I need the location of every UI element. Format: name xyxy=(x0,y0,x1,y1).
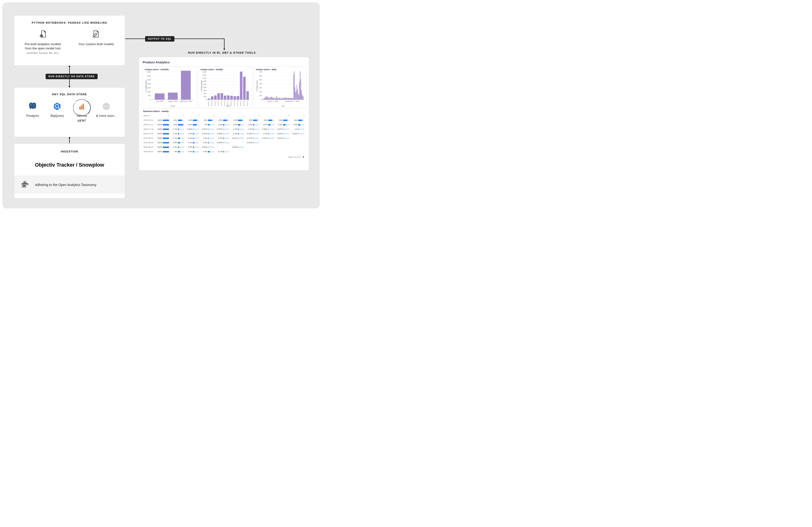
svg-text:0: 0 xyxy=(150,99,151,100)
datastore-athena-label: Athena xyxy=(77,114,87,117)
svg-rect-62 xyxy=(217,93,220,100)
svg-text:2022-31: 2022-31 xyxy=(221,100,222,106)
svg-rect-114 xyxy=(269,98,270,100)
ingestion-card: INGESTION Objectiv Tracker / Snowplow Ad… xyxy=(14,144,125,199)
svg-text:300: 300 xyxy=(259,87,262,89)
svg-rect-59 xyxy=(208,99,210,100)
svg-text:Month: Month xyxy=(170,105,175,107)
svg-text:July, 2022: July, 2022 xyxy=(156,100,163,102)
svg-rect-109 xyxy=(266,97,266,100)
svg-rect-136 xyxy=(283,98,284,100)
datastore-card: ANY SQL DATA STORE Postgres BigQuery xyxy=(14,87,125,137)
svg-text:2022-35: 2022-35 xyxy=(233,100,235,106)
svg-text:1,600: 1,600 xyxy=(202,74,206,76)
svg-text:Day: Day xyxy=(282,105,285,107)
svg-text:1,500: 1,500 xyxy=(146,87,151,89)
notebooks-title: PYTHON NOTEBOOKS: PANDAS LIKE MODELING xyxy=(20,21,119,24)
svg-point-0 xyxy=(31,104,31,105)
svg-text:0: 0 xyxy=(261,99,262,100)
svg-text:600: 600 xyxy=(259,75,262,77)
svg-rect-126 xyxy=(277,98,277,100)
svg-rect-71 xyxy=(246,91,249,100)
datastore-bigquery-label: BigQuery xyxy=(50,114,64,117)
chart-monthly: Unique Users - monthly 05001,0001,5002,0… xyxy=(143,67,197,108)
svg-text:1,200: 1,200 xyxy=(202,80,206,82)
svg-rect-31 xyxy=(168,93,177,100)
svg-text:2022-30: 2022-30 xyxy=(217,100,219,106)
svg-text:2,000: 2,000 xyxy=(146,83,151,85)
notebook-prebuilt-line2: from the open model hub xyxy=(25,46,60,50)
svg-rect-32 xyxy=(181,71,191,100)
svg-rect-12 xyxy=(24,186,26,187)
svg-rect-129 xyxy=(279,98,279,100)
rows-pagination[interactable]: Rows 1-8 of 13 xyxy=(143,156,305,158)
svg-text:0: 0 xyxy=(205,99,206,100)
svg-rect-120 xyxy=(273,98,273,100)
datastore-title: ANY SQL DATA STORE xyxy=(20,93,119,96)
svg-rect-68 xyxy=(237,96,240,100)
retention-title: Retention Matrix - weekly xyxy=(143,110,305,113)
svg-text:3,500: 3,500 xyxy=(146,71,151,73)
bi-dashboard-card: Product Analytics Unique Users - monthly… xyxy=(139,57,309,171)
svg-rect-162 xyxy=(300,71,300,100)
svg-text:2022-37: 2022-37 xyxy=(240,100,241,106)
svg-rect-70 xyxy=(243,77,246,100)
svg-rect-104 xyxy=(263,99,263,100)
svg-rect-125 xyxy=(276,96,276,100)
svg-text:600: 600 xyxy=(203,90,206,91)
svg-rect-61 xyxy=(214,96,217,100)
svg-rect-134 xyxy=(282,98,282,100)
svg-text:2022-39: 2022-39 xyxy=(246,100,248,106)
svg-rect-128 xyxy=(278,98,279,100)
svg-rect-122 xyxy=(274,98,275,100)
svg-point-1 xyxy=(34,104,34,105)
svg-rect-160 xyxy=(299,95,299,100)
svg-text:# Unique Users: # Unique Users xyxy=(256,80,258,92)
svg-rect-152 xyxy=(293,74,294,100)
chart-monthly-title: Unique Users - monthly xyxy=(145,68,194,71)
svg-rect-133 xyxy=(281,99,282,100)
svg-text:800: 800 xyxy=(203,87,206,88)
svg-text:400: 400 xyxy=(203,93,206,94)
svg-rect-119 xyxy=(272,98,273,100)
svg-rect-139 xyxy=(285,97,286,100)
svg-rect-7 xyxy=(24,181,26,182)
notebooks-card: PYTHON NOTEBOOKS: PANDAS LIKE MODELING P… xyxy=(14,15,125,66)
svg-rect-107 xyxy=(265,98,265,100)
svg-rect-118 xyxy=(272,97,272,100)
arrow-ingestion-datastore xyxy=(69,138,70,143)
datastore-new-badge: NEW! xyxy=(77,119,86,123)
athena-icon xyxy=(70,101,94,112)
label-run-on-store: RUN DIRECTLY ON DATA STORE xyxy=(46,74,98,79)
svg-text:2022-36: 2022-36 xyxy=(237,100,238,106)
svg-rect-148 xyxy=(291,98,291,100)
svg-text:200: 200 xyxy=(259,91,262,93)
datastore-postgres: Postgres xyxy=(20,101,45,117)
datastore-athena: Athena NEW! xyxy=(70,101,94,117)
svg-rect-111 xyxy=(267,97,267,100)
svg-rect-30 xyxy=(155,93,164,100)
svg-rect-163 xyxy=(300,79,301,100)
svg-text:# Unique Users: # Unique Users xyxy=(201,80,203,92)
svg-rect-110 xyxy=(266,96,267,100)
next-page-icon[interactable] xyxy=(303,156,304,158)
svg-rect-144 xyxy=(288,98,289,100)
postgres-icon xyxy=(20,101,45,112)
svg-rect-151 xyxy=(293,98,293,100)
svg-text:500: 500 xyxy=(148,95,151,97)
svg-rect-157 xyxy=(296,85,297,100)
svg-rect-8 xyxy=(22,184,24,185)
svg-rect-142 xyxy=(287,98,288,100)
svg-rect-146 xyxy=(290,98,290,100)
datastore-bigquery: BigQuery xyxy=(45,101,70,117)
taxonomy-text: Adhering to the Open Analytics Taxonomy xyxy=(35,183,97,187)
datastore-more: & more soon... xyxy=(94,101,119,117)
retention-table: Week of01234567892022-07-04100%10%10%10%… xyxy=(143,114,305,154)
svg-rect-66 xyxy=(230,96,233,100)
taxonomy-tree-icon xyxy=(21,181,28,189)
dashboard-title: Product Analytics xyxy=(143,60,305,64)
svg-text:1,000: 1,000 xyxy=(202,84,206,85)
ingestion-title: INGESTION xyxy=(21,150,118,153)
svg-rect-132 xyxy=(280,98,281,100)
svg-text:1,000: 1,000 xyxy=(146,91,151,93)
